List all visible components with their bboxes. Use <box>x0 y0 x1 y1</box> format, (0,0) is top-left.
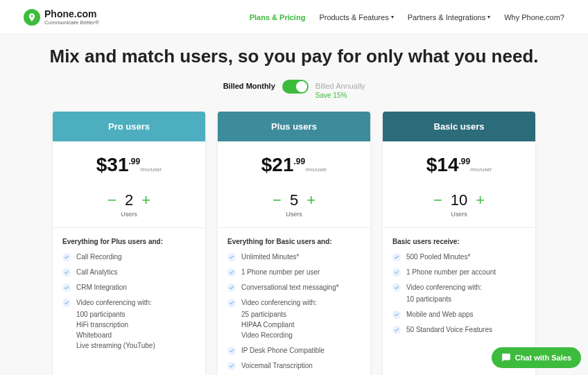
nav-why[interactable]: Why Phone.com? <box>504 13 564 21</box>
feature-sublist: 10 participants <box>392 294 526 304</box>
check-icon <box>227 284 236 292</box>
users-count: 5 <box>290 191 298 209</box>
features-list: Everything for Plus users and: Call Reco… <box>53 228 205 366</box>
nav-partners[interactable]: Partners & Integrations▾ <box>408 13 491 21</box>
price: $31.99/mo/user <box>96 154 162 176</box>
check-icon <box>62 284 71 292</box>
price: $21.99/mo/user <box>261 154 327 176</box>
check-icon <box>227 299 236 307</box>
feature-item: Unlimited Minutes* <box>227 252 361 262</box>
page-title: Mix and match users, so you pay for only… <box>0 46 588 67</box>
feature-item: 50 Standard Voice Features <box>392 325 526 335</box>
price-area: $31.99/mo/user <box>53 141 205 186</box>
users-count: 2 <box>125 191 133 209</box>
check-icon <box>227 268 236 277</box>
plans-row: Pro users $31.99/mo/user − 2 + Users Eve… <box>44 112 544 375</box>
feature-item: Video conferencing with: <box>392 283 526 293</box>
chat-icon <box>501 353 511 363</box>
price: $14.99/mo/user <box>426 154 492 176</box>
check-icon <box>227 362 236 370</box>
users-label: Users <box>383 211 535 218</box>
plan-name: Pro users <box>53 112 205 141</box>
feature-item: Video conferencing with: <box>227 298 361 308</box>
header: Phone.com Communicate Better® Plans & Pr… <box>0 0 588 35</box>
save-label: Save 15% <box>315 91 365 99</box>
feature-sublist: 25 participantsHIPAA CompliantVideo Reco… <box>227 309 361 340</box>
decrement-button[interactable]: − <box>433 191 442 209</box>
feature-item: CRM Integration <box>62 283 196 293</box>
features-title: Everything for Plus users and: <box>62 238 196 245</box>
users-stepper: − 10 + Users <box>383 186 535 228</box>
nav: Plans & Pricing Products & Features▾ Par… <box>250 13 564 21</box>
increment-button[interactable]: + <box>306 191 315 209</box>
features-title: Everything for Basic users and: <box>227 238 361 245</box>
decrement-button[interactable]: − <box>107 191 116 209</box>
check-icon <box>392 268 401 277</box>
price-area: $14.99/mo/user <box>383 141 535 186</box>
check-icon <box>392 253 401 261</box>
check-icon <box>62 253 71 261</box>
billed-monthly-label: Billed Monthly <box>223 80 275 90</box>
feature-item: Voicemail Transcription <box>227 361 361 371</box>
logo[interactable]: Phone.com Communicate Better® <box>24 8 99 26</box>
users-stepper: − 2 + Users <box>53 186 205 228</box>
toggle-knob <box>296 81 307 92</box>
check-icon <box>62 268 71 277</box>
logo-icon <box>24 9 40 26</box>
feature-item: 500 Pooled Minutes* <box>392 252 526 262</box>
feature-item: 1 Phone number per account <box>392 268 526 277</box>
plan-card-1: Plus users $21.99/mo/user − 5 + Users Ev… <box>218 112 370 375</box>
features-list: Basic users receive: 500 Pooled Minutes*… <box>383 228 535 350</box>
increment-button[interactable]: + <box>141 191 150 209</box>
users-stepper: − 5 + Users <box>218 186 370 228</box>
logo-tagline: Communicate Better® <box>44 19 99 26</box>
plan-name: Plus users <box>218 112 370 141</box>
price-area: $21.99/mo/user <box>218 141 370 186</box>
feature-item: 1 Phone number per user <box>227 268 361 277</box>
billing-toggle-row: Billed Monthly Billed Annually Save 15% <box>0 80 588 99</box>
features-list: Everything for Basic users and: Unlimite… <box>218 228 370 375</box>
users-count: 10 <box>451 191 467 209</box>
billed-annually-label: Billed Annually <box>315 80 365 90</box>
users-label: Users <box>218 211 370 218</box>
feature-item: Mobile and Web apps <box>392 310 526 320</box>
feature-item: IP Desk Phone Compatible <box>227 346 361 356</box>
plan-name: Basic users <box>383 112 535 141</box>
feature-sublist: 100 participantsHiFi transcriptionWhiteb… <box>62 309 196 351</box>
users-label: Users <box>53 211 205 218</box>
check-icon <box>392 284 401 292</box>
check-icon <box>392 311 401 319</box>
plan-card-0: Pro users $31.99/mo/user − 2 + Users Eve… <box>53 112 205 375</box>
check-icon <box>392 326 401 334</box>
decrement-button[interactable]: − <box>273 191 282 209</box>
increment-button[interactable]: + <box>476 191 485 209</box>
billing-toggle[interactable] <box>282 80 309 94</box>
plan-card-2: Basic users $14.99/mo/user − 10 + Users … <box>383 112 535 375</box>
chevron-down-icon: ▾ <box>487 14 490 20</box>
logo-name: Phone.com <box>44 8 99 19</box>
check-icon <box>227 253 236 261</box>
chevron-down-icon: ▾ <box>391 14 394 20</box>
features-title: Basic users receive: <box>392 238 526 245</box>
feature-item: Call Analytics <box>62 268 196 277</box>
nav-plans[interactable]: Plans & Pricing <box>250 13 306 21</box>
check-icon <box>227 347 236 355</box>
feature-item: Video conferencing with: <box>62 298 196 308</box>
nav-products[interactable]: Products & Features▾ <box>319 13 393 21</box>
chat-button[interactable]: Chat with Sales <box>492 347 581 368</box>
check-icon <box>62 299 71 307</box>
feature-item: Conversational text messaging* <box>227 283 361 293</box>
feature-item: Call Recording <box>62 252 196 262</box>
